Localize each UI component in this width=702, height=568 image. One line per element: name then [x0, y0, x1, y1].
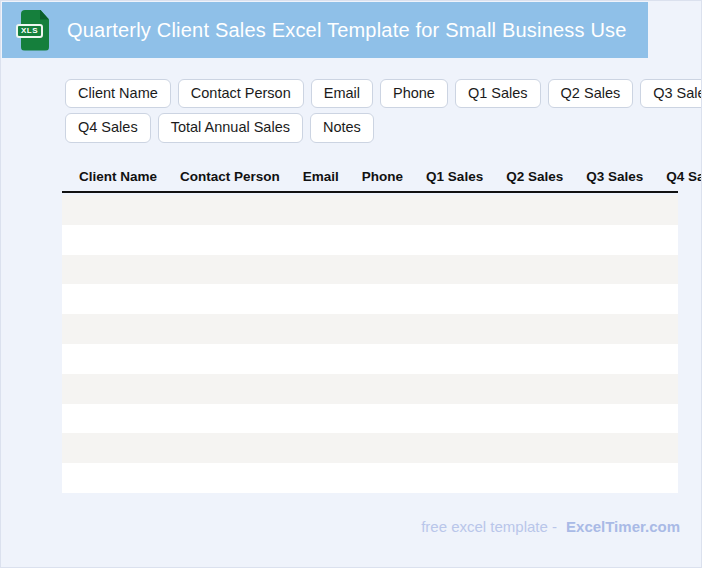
column-header: Q4 Sales — [666, 169, 702, 184]
footer: free excel template - ExcelTimer.com — [421, 518, 680, 535]
footer-brand-link[interactable]: ExcelTimer.com — [566, 518, 680, 535]
table-row — [62, 284, 678, 314]
column-header: Email — [303, 169, 339, 184]
page: XLS Quarterly Client Sales Excel Templat… — [0, 0, 702, 568]
xls-fold-corner — [40, 10, 49, 20]
field-chip-list: Client NameContact PersonEmailPhoneQ1 Sa… — [65, 79, 702, 143]
table-row — [62, 463, 678, 493]
field-chip[interactable]: Q2 Sales — [548, 79, 634, 108]
footer-note: free excel template - — [421, 518, 557, 535]
column-header: Q2 Sales — [506, 169, 563, 184]
field-chip[interactable]: Q1 Sales — [455, 79, 541, 108]
header-bar: XLS Quarterly Client Sales Excel Templat… — [2, 2, 648, 58]
table-row — [62, 314, 678, 344]
table-row — [62, 255, 678, 285]
field-chip[interactable]: Phone — [380, 79, 448, 108]
field-chip-row-1: Client NameContact PersonEmailPhoneQ1 Sa… — [65, 79, 702, 108]
column-header: Q3 Sales — [586, 169, 643, 184]
field-chip-row-2: Q4 SalesTotal Annual SalesNotes — [65, 113, 702, 142]
field-chip[interactable]: Q3 Sales — [640, 79, 702, 108]
table-row — [62, 195, 678, 225]
xls-badge: XLS — [16, 24, 43, 39]
field-chip[interactable]: Notes — [310, 113, 374, 142]
column-header: Phone — [362, 169, 403, 184]
field-chip[interactable]: Contact Person — [178, 79, 304, 108]
table-row — [62, 344, 678, 374]
column-header: Q1 Sales — [426, 169, 483, 184]
field-chip[interactable]: Q4 Sales — [65, 113, 151, 142]
column-header: Client Name — [79, 169, 157, 184]
table-row — [62, 404, 678, 434]
xls-file-icon: XLS — [19, 10, 51, 51]
table-header-row: Client NameContact PersonEmailPhoneQ1 Sa… — [62, 162, 678, 193]
table-row — [62, 433, 678, 463]
column-header: Contact Person — [180, 169, 280, 184]
table-row — [62, 374, 678, 404]
field-chip[interactable]: Client Name — [65, 79, 171, 108]
field-chip[interactable]: Total Annual Sales — [158, 113, 303, 142]
page-title: Quarterly Client Sales Excel Template fo… — [67, 19, 627, 42]
table-row — [62, 225, 678, 255]
field-chip[interactable]: Email — [311, 79, 373, 108]
table-body — [62, 195, 678, 493]
